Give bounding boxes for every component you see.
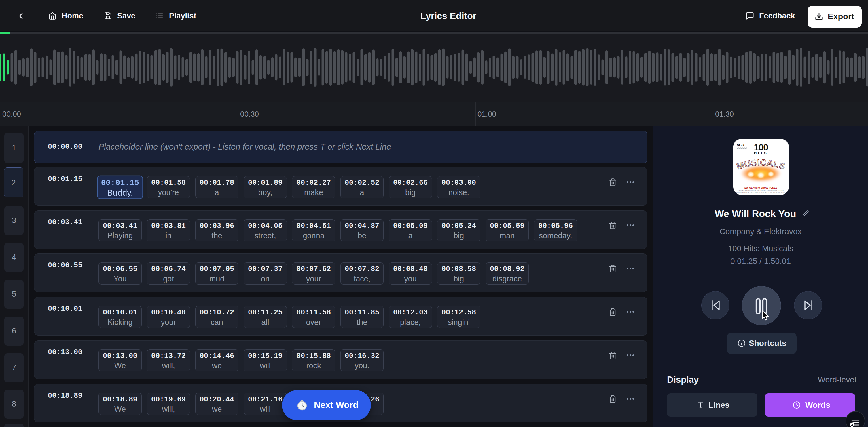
- svg-text:CATS • THE PHANTOM OF THE OPER: CATS • THE PHANTOM OF THE OPERA • LES MI…: [738, 190, 784, 191]
- svg-text:100 CLASSIC SHOW TUNES: 100 CLASSIC SHOW TUNES: [744, 187, 777, 189]
- svg-text:OLIVER! • GREASE • MISS SAIGON: OLIVER! • GREASE • MISS SAIGON • CHICAGO…: [736, 192, 786, 193]
- svg-text:HITS: HITS: [754, 151, 768, 155]
- svg-text:5CD: 5CD: [737, 143, 744, 147]
